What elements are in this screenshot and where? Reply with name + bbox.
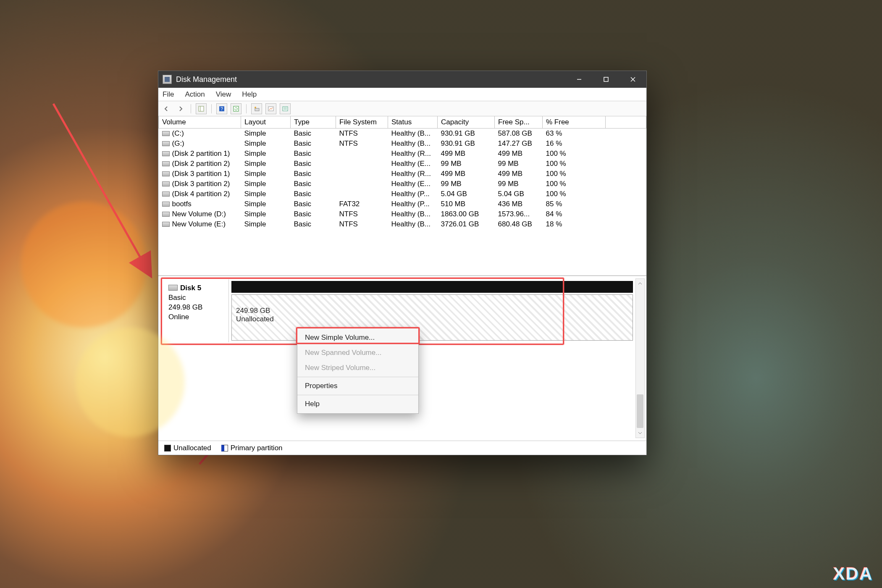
- drive-icon: [162, 161, 170, 166]
- menubar: File Action View Help: [158, 88, 646, 101]
- cell-free: 680.48 GB: [495, 219, 543, 229]
- menu-file[interactable]: File: [162, 89, 175, 100]
- col-spare[interactable]: [606, 116, 646, 129]
- menu-action[interactable]: Action: [184, 89, 205, 100]
- svg-text:?: ?: [220, 106, 223, 111]
- menu-properties[interactable]: Properties: [297, 378, 418, 394]
- volume-list[interactable]: Volume Layout Type File System Status Ca…: [158, 116, 646, 276]
- drive-icon: [162, 192, 170, 197]
- menu-separator: [297, 395, 418, 395]
- cell-fs: [336, 189, 388, 199]
- partition-unallocated[interactable]: 249.98 GB Unallocated: [231, 294, 633, 341]
- cell-fs: [336, 169, 388, 179]
- cell-fs: NTFS: [336, 219, 388, 229]
- cell-pct: 85 %: [543, 199, 606, 209]
- watermark: XDA: [833, 564, 873, 584]
- cell-type: Basic: [291, 169, 336, 179]
- disk-management-window: Disk Management File Action View Help ?: [158, 71, 647, 455]
- table-row[interactable]: bootfsSimpleBasicFAT32Healthy (P...510 M…: [159, 199, 646, 209]
- maximize-button[interactable]: [593, 71, 620, 88]
- cell-type: Basic: [291, 179, 336, 189]
- cell-layout: Simple: [241, 139, 291, 149]
- menu-new-striped-volume: New Striped Volume...: [297, 360, 418, 375]
- cell-free: 5.04 GB: [495, 189, 543, 199]
- svg-rect-6: [199, 106, 204, 111]
- table-row[interactable]: (Disk 2 partition 1)SimpleBasicHealthy (…: [159, 149, 646, 159]
- minimize-button[interactable]: [566, 71, 593, 88]
- toolbar: ?: [158, 101, 646, 116]
- drive-icon: [162, 181, 170, 186]
- cell-pct: 100 %: [543, 179, 606, 189]
- menu-view[interactable]: View: [215, 89, 232, 100]
- properties-button[interactable]: [251, 103, 262, 114]
- cell-volume: New Volume (D:): [159, 209, 241, 219]
- cell-capacity: 930.91 GB: [438, 129, 495, 139]
- drive-icon: [162, 202, 170, 207]
- back-button[interactable]: [161, 103, 172, 114]
- scroll-down[interactable]: [636, 428, 644, 438]
- table-row[interactable]: New Volume (D:)SimpleBasicNTFSHealthy (B…: [159, 209, 646, 219]
- cell-status: Healthy (P...: [388, 199, 438, 209]
- cell-type: Basic: [291, 209, 336, 219]
- volume-list-header[interactable]: Volume Layout Type File System Status Ca…: [159, 116, 646, 129]
- table-row[interactable]: (G:)SimpleBasicNTFSHealthy (B...930.91 G…: [159, 139, 646, 149]
- col-volume[interactable]: Volume: [159, 116, 241, 129]
- cell-pct: 84 %: [543, 209, 606, 219]
- titlebar[interactable]: Disk Management: [158, 71, 646, 88]
- cell-fs: FAT32: [336, 199, 388, 209]
- scroll-up[interactable]: [636, 279, 644, 288]
- cell-capacity: 3726.01 GB: [438, 219, 495, 229]
- col-pctfree[interactable]: % Free: [543, 116, 606, 129]
- forward-button[interactable]: [175, 103, 186, 114]
- cell-status: Healthy (R...: [388, 149, 438, 159]
- scrollbar[interactable]: [635, 278, 645, 438]
- cell-type: Basic: [291, 139, 336, 149]
- col-free[interactable]: Free Sp...: [495, 116, 543, 129]
- cell-status: Healthy (B...: [388, 219, 438, 229]
- cell-free: 147.27 GB: [495, 139, 543, 149]
- col-status[interactable]: Status: [388, 116, 438, 129]
- col-layout[interactable]: Layout: [241, 116, 291, 129]
- help-button[interactable]: ?: [216, 103, 227, 114]
- disk-graphical-pane: Disk 5 Basic 249.98 GB Online 249.98 GB …: [158, 276, 646, 455]
- disk-header[interactable]: Disk 5 Basic 249.98 GB Online: [163, 279, 229, 342]
- cell-free: 587.08 GB: [495, 129, 543, 139]
- menu-new-spanned-volume: New Spanned Volume...: [297, 345, 418, 360]
- table-row[interactable]: New Volume (E:)SimpleBasicNTFSHealthy (B…: [159, 219, 646, 229]
- menu-new-simple-volume[interactable]: New Simple Volume...: [297, 330, 418, 345]
- cell-type: Basic: [291, 149, 336, 159]
- menu-separator: [297, 377, 418, 377]
- disk-type: Basic: [168, 293, 223, 303]
- drive-icon: [162, 171, 170, 176]
- table-row[interactable]: (Disk 3 partition 2)SimpleBasicHealthy (…: [159, 179, 646, 189]
- app-icon: [163, 75, 172, 84]
- menu-help[interactable]: Help: [297, 396, 418, 412]
- table-row[interactable]: (Disk 3 partition 1)SimpleBasicHealthy (…: [159, 169, 646, 179]
- col-filesystem[interactable]: File System: [336, 116, 388, 129]
- col-capacity[interactable]: Capacity: [438, 116, 495, 129]
- cell-layout: Simple: [241, 159, 291, 169]
- cell-capacity: 99 MB: [438, 179, 495, 189]
- cell-free: 99 MB: [495, 179, 543, 189]
- swatch-primary-icon: [221, 445, 228, 452]
- window-title: Disk Management: [176, 75, 237, 84]
- scroll-thumb[interactable]: [637, 394, 643, 428]
- settings-button[interactable]: [265, 103, 276, 114]
- svg-rect-3: [604, 77, 608, 81]
- cell-type: Basic: [291, 219, 336, 229]
- table-row[interactable]: (Disk 4 partition 2)SimpleBasicHealthy (…: [159, 189, 646, 199]
- show-tree-button[interactable]: [196, 103, 207, 114]
- refresh-button[interactable]: [231, 103, 242, 114]
- disk-icon: [168, 285, 178, 291]
- col-type[interactable]: Type: [291, 116, 336, 129]
- cell-free: 499 MB: [495, 149, 543, 159]
- table-row[interactable]: (C:)SimpleBasicNTFSHealthy (B...930.91 G…: [159, 129, 646, 139]
- table-row[interactable]: (Disk 2 partition 2)SimpleBasicHealthy (…: [159, 159, 646, 169]
- menu-help[interactable]: Help: [241, 89, 257, 100]
- cell-status: Healthy (P...: [388, 189, 438, 199]
- disk-top-bar: [231, 281, 633, 293]
- toolbar-separator: [246, 104, 247, 113]
- cell-volume: (Disk 3 partition 2): [159, 179, 241, 189]
- details-button[interactable]: [280, 103, 291, 114]
- close-button[interactable]: [620, 71, 646, 88]
